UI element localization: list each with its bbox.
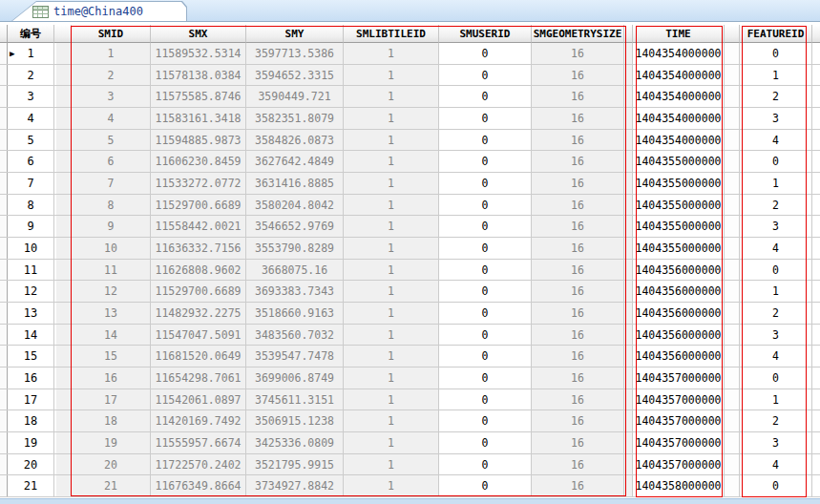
cell-featureid[interactable]: 4	[740, 130, 812, 151]
cell-featureid[interactable]: 2	[740, 86, 812, 107]
cell-smx[interactable]: 11636332.7156	[151, 238, 246, 259]
cell-smgeometrysize[interactable]: 16	[532, 389, 624, 410]
cell-time[interactable]: 1404357000000	[633, 454, 725, 475]
cell-time[interactable]: 1404358000000	[633, 475, 725, 496]
cell-smgeometrysize[interactable]: 16	[532, 303, 624, 324]
cell-smuserid[interactable]: 0	[439, 43, 532, 64]
cell-smuserid[interactable]: 0	[439, 130, 532, 151]
cell-featureid[interactable]: 2	[740, 195, 812, 216]
cell-smlibtileid[interactable]: 1	[344, 86, 439, 107]
cell-time[interactable]: 1404354000000	[633, 86, 725, 107]
column-header-smid[interactable]: SMID	[72, 25, 151, 43]
cell-featureid[interactable]: 0	[740, 43, 812, 64]
cell-smy[interactable]: 3597713.5386	[246, 43, 344, 64]
column-header-time[interactable]: TIME	[633, 25, 725, 43]
row-number-cell[interactable]: 7	[8, 173, 54, 194]
cell-smx[interactable]: 11555957.6674	[151, 432, 246, 453]
cell-smx[interactable]: 11722570.2402	[151, 454, 246, 475]
cell-smid[interactable]: 3	[72, 86, 151, 107]
cell-smx[interactable]: 11542061.0897	[151, 389, 246, 410]
cell-smy[interactable]: 3668075.16	[246, 260, 344, 281]
cell-smx[interactable]: 11654298.7061	[151, 368, 246, 388]
cell-smlibtileid[interactable]: 1	[344, 281, 439, 302]
cell-smx[interactable]: 11420169.7492	[151, 410, 246, 431]
cell-time[interactable]: 1404355000000	[633, 216, 725, 237]
cell-smy[interactable]: 3627642.4849	[246, 151, 344, 172]
row-number-cell[interactable]: 6	[8, 151, 54, 172]
cell-time[interactable]: 1404355000000	[633, 173, 725, 194]
cell-smy[interactable]: 3553790.8289	[246, 238, 344, 259]
cell-featureid[interactable]: 0	[740, 475, 812, 496]
cell-time[interactable]: 1404356000000	[633, 260, 725, 281]
cell-smuserid[interactable]: 0	[439, 238, 532, 259]
cell-smgeometrysize[interactable]: 16	[532, 108, 624, 129]
tab-time-china400[interactable]: time@China400	[11, 1, 187, 21]
cell-smgeometrysize[interactable]: 16	[532, 475, 624, 496]
cell-smuserid[interactable]: 0	[439, 432, 532, 453]
cell-time[interactable]: 1404357000000	[633, 389, 725, 410]
cell-smy[interactable]: 3425336.0809	[246, 432, 344, 453]
cell-smid[interactable]: 2	[72, 65, 151, 86]
cell-smx[interactable]: 11547047.5091	[151, 325, 246, 346]
cell-time[interactable]: 1404354000000	[633, 108, 725, 129]
cell-featureid[interactable]: 2	[740, 303, 812, 324]
row-number-cell[interactable]: 2	[8, 65, 54, 86]
row-number-cell[interactable]: 16	[8, 368, 54, 388]
row-number-cell[interactable]: 21	[8, 475, 54, 496]
cell-smlibtileid[interactable]: 1	[344, 325, 439, 346]
cell-smlibtileid[interactable]: 1	[344, 389, 439, 410]
cell-smid[interactable]: 1	[72, 43, 151, 64]
cell-smuserid[interactable]: 0	[439, 195, 532, 216]
column-header-smlibtileid[interactable]: SMLIBTILEID	[344, 25, 439, 43]
row-number-cell[interactable]: 5	[8, 130, 54, 151]
cell-featureid[interactable]: 3	[740, 108, 812, 129]
cell-smy[interactable]: 3693383.7343	[246, 281, 344, 302]
cell-smy[interactable]: 3631416.8885	[246, 173, 344, 194]
cell-featureid[interactable]: 3	[740, 325, 812, 346]
cell-smlibtileid[interactable]: 1	[344, 130, 439, 151]
cell-featureid[interactable]: 1	[740, 65, 812, 86]
cell-smx[interactable]: 11681520.0649	[151, 346, 246, 367]
cell-smx[interactable]: 11594885.9873	[151, 130, 246, 151]
cell-smlibtileid[interactable]: 1	[344, 238, 439, 259]
column-header-featureid[interactable]: FEATUREID	[740, 25, 812, 43]
cell-featureid[interactable]: 4	[740, 454, 812, 475]
column-header-row-number[interactable]: 编号	[8, 25, 54, 43]
cell-smgeometrysize[interactable]: 16	[532, 432, 624, 453]
cell-smuserid[interactable]: 0	[439, 303, 532, 324]
cell-smgeometrysize[interactable]: 16	[532, 173, 624, 194]
cell-smgeometrysize[interactable]: 16	[532, 43, 624, 64]
row-number-cell[interactable]: 12	[8, 281, 54, 302]
cell-featureid[interactable]: 1	[740, 173, 812, 194]
cell-smuserid[interactable]: 0	[439, 475, 532, 496]
row-number-cell[interactable]: 20	[8, 454, 54, 475]
cell-smuserid[interactable]: 0	[439, 410, 532, 431]
row-number-cell[interactable]: 11	[8, 260, 54, 281]
cell-smgeometrysize[interactable]: 16	[532, 368, 624, 388]
cell-smid[interactable]: 7	[72, 173, 151, 194]
cell-smy[interactable]: 3580204.8042	[246, 195, 344, 216]
cell-smlibtileid[interactable]: 1	[344, 195, 439, 216]
cell-smuserid[interactable]: 0	[439, 260, 532, 281]
cell-smid[interactable]: 12	[72, 281, 151, 302]
cell-smx[interactable]: 11626808.9602	[151, 260, 246, 281]
cell-smlibtileid[interactable]: 1	[344, 454, 439, 475]
cell-smlibtileid[interactable]: 1	[344, 303, 439, 324]
cell-smgeometrysize[interactable]: 16	[532, 216, 624, 237]
cell-featureid[interactable]: 4	[740, 346, 812, 367]
cell-smlibtileid[interactable]: 1	[344, 65, 439, 86]
cell-smlibtileid[interactable]: 1	[344, 410, 439, 431]
cell-smx[interactable]: 11676349.8664	[151, 475, 246, 496]
cell-smx[interactable]: 11558442.0021	[151, 216, 246, 237]
cell-smid[interactable]: 17	[72, 389, 151, 410]
cell-smy[interactable]: 3546652.9769	[246, 216, 344, 237]
cell-smlibtileid[interactable]: 1	[344, 475, 439, 496]
cell-smid[interactable]: 4	[72, 108, 151, 129]
cell-featureid[interactable]: 0	[740, 368, 812, 388]
column-header-smgeometrysize[interactable]: SMGEOMETRYSIZE	[532, 25, 624, 43]
row-number-cell[interactable]: 18	[8, 410, 54, 431]
cell-smuserid[interactable]: 0	[439, 173, 532, 194]
cell-smid[interactable]: 20	[72, 454, 151, 475]
cell-smid[interactable]: 10	[72, 238, 151, 259]
cell-smid[interactable]: 19	[72, 432, 151, 453]
